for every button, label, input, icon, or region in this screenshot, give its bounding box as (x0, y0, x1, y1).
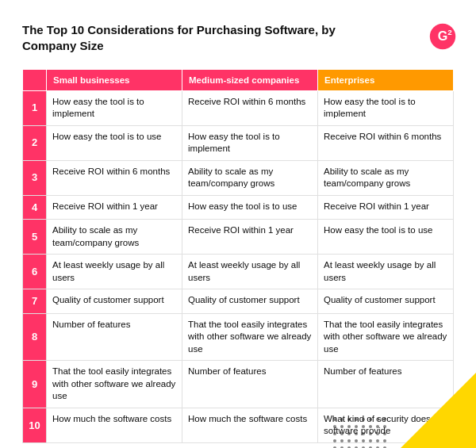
dot (333, 439, 336, 442)
dot (355, 439, 358, 442)
svg-text:2: 2 (447, 28, 452, 36)
table-row: That the tool easily integrates with oth… (318, 313, 454, 361)
dot (383, 432, 386, 435)
dot (347, 432, 351, 435)
dot (362, 439, 365, 442)
table-row: At least weekly usage by all users (318, 255, 454, 289)
dot (347, 425, 351, 428)
header-medium: Medium-sized companies (182, 69, 318, 90)
table-row: At least weekly usage by all users (182, 255, 318, 289)
table-row: Number of features (47, 313, 182, 361)
dot (333, 418, 336, 421)
table-row: Receive ROI within 1 year (318, 195, 454, 220)
dot (347, 439, 351, 442)
table-row: That the tool easily integrates with oth… (182, 313, 318, 361)
g2-logo: G 2 (428, 22, 454, 48)
table-row: How easy the tool is to implement (318, 90, 454, 125)
dot (369, 439, 372, 442)
dot (333, 425, 336, 428)
table-row: Receive ROI within 1 year (47, 195, 182, 220)
dots-decoration (333, 418, 389, 448)
dot (355, 425, 358, 428)
table-row: At least weekly usage by all users (47, 255, 182, 289)
table-row: Receive ROI within 6 months (318, 125, 454, 160)
table-row: Receive ROI within 1 year (182, 220, 318, 255)
table-row: Receive ROI within 6 months (182, 90, 318, 125)
dot (376, 425, 379, 428)
dot (376, 418, 379, 421)
table-row: Quality of customer support (182, 289, 318, 314)
dot (362, 432, 365, 435)
table-row: Quality of customer support (47, 289, 182, 314)
dot (383, 439, 386, 442)
dot (333, 432, 336, 435)
row-number: 3 (23, 160, 47, 195)
table-row: Ability to scale as my team/company grow… (47, 220, 182, 255)
row-number: 4 (23, 195, 47, 220)
row-number: 9 (23, 361, 47, 408)
table-row: Ability to scale as my team/company grow… (182, 160, 318, 195)
table-row: Ability to scale as my team/company grow… (318, 160, 454, 195)
dot (369, 425, 372, 428)
dot (369, 418, 372, 421)
table-row: How much the software costs (47, 408, 182, 442)
dot (362, 425, 365, 428)
dot (340, 418, 344, 421)
svg-text:G: G (438, 29, 448, 43)
table-row: How easy the tool is to implement (47, 90, 182, 125)
dot (383, 425, 386, 428)
table-row: That the tool easily integrates with oth… (47, 361, 182, 408)
row-number: 2 (23, 125, 47, 160)
dot (376, 439, 379, 442)
dot (340, 432, 344, 435)
dot (340, 425, 344, 428)
table-row: How easy the tool is to use (182, 195, 318, 220)
page-title: The Top 10 Considerations for Purchasing… (22, 22, 355, 55)
dot (376, 432, 379, 435)
dot (355, 418, 358, 421)
row-number: 6 (23, 255, 47, 289)
table-row: How easy the tool is to use (318, 220, 454, 255)
table-row: Number of features (182, 361, 318, 408)
dot (347, 418, 351, 421)
header-num (23, 69, 47, 90)
table-row: Quality of customer support (318, 289, 454, 314)
dot (355, 432, 358, 435)
table-row: Receive ROI within 6 months (47, 160, 182, 195)
row-number: 7 (23, 289, 47, 314)
dot (340, 439, 344, 442)
table-row: How easy the tool is to use (47, 125, 182, 160)
row-number: 8 (23, 313, 47, 361)
dot (369, 432, 372, 435)
row-number: 10 (23, 408, 47, 442)
table-row: How much the software costs (182, 408, 318, 442)
row-number: 1 (23, 90, 47, 125)
header-enterprise: Enterprises (318, 69, 454, 90)
row-number: 5 (23, 220, 47, 255)
dot (383, 418, 386, 421)
dot (362, 418, 365, 421)
header-small: Small businesses (47, 69, 182, 90)
table-row: How easy the tool is to implement (182, 125, 318, 160)
